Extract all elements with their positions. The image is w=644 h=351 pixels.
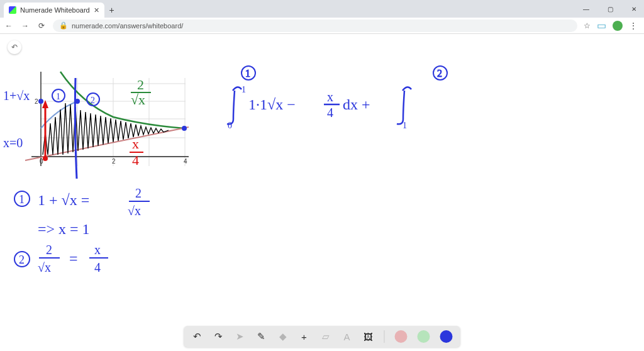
bookmark-icon[interactable]: ☆ [584, 21, 591, 30]
svg-text:0: 0 [228, 121, 232, 130]
url-input[interactable]: 🔒 numerade.com/answers/whiteboard/ [53, 20, 577, 32]
close-window-button[interactable]: ✕ [626, 6, 641, 13]
color-green[interactable] [418, 330, 430, 343]
svg-text:2: 2 [91, 96, 95, 105]
address-bar: ← → ⟳ 🔒 numerade.com/answers/whiteboard/… [0, 18, 644, 34]
image-tool[interactable]: 🖼 [363, 331, 374, 342]
svg-text:1·1√x −: 1·1√x − [248, 96, 296, 113]
svg-text:1: 1 [56, 92, 60, 101]
svg-text:2: 2 [46, 243, 52, 257]
back-button[interactable]: ← [4, 21, 14, 30]
eraser-tool[interactable]: ▱ [320, 331, 331, 342]
svg-text:4: 4 [94, 260, 101, 274]
window-controls: — ▢ ✕ [579, 0, 641, 18]
svg-text:dx  +: dx + [343, 96, 370, 113]
svg-text:√x: √x [128, 204, 141, 218]
close-tab-icon[interactable]: ✕ [94, 6, 99, 14]
url-text: numerade.com/answers/whiteboard/ [72, 22, 183, 30]
undo-button[interactable]: ↶ [192, 331, 203, 342]
svg-text:√x: √x [38, 260, 51, 274]
text-tool[interactable]: A [341, 331, 353, 342]
profile-avatar[interactable] [613, 21, 623, 31]
svg-text:x: x [327, 90, 333, 104]
equations-block: 1 1 + √x = 2 √x => x = 1 2 2 √x = x 4 [14, 186, 150, 274]
svg-text:1: 1 [19, 193, 25, 206]
whiteboard-toolbar: ↶ ↷ ➤ ✎ ◆ + ▱ A 🖼 [184, 326, 460, 347]
toolbar-separator [384, 330, 385, 343]
browser-tab-strip: Numerade Whiteboard ✕ + — ▢ ✕ [0, 0, 644, 18]
favicon-icon [9, 6, 16, 14]
region-labels: 1 2 [242, 66, 447, 80]
svg-text:=>  x = 1: => x = 1 [38, 221, 90, 237]
shape-tool[interactable]: ◆ [277, 331, 289, 342]
new-tab-button[interactable]: + [104, 3, 119, 18]
label-x-eq-0: x=0 [3, 136, 23, 150]
svg-text:1: 1 [245, 68, 250, 79]
svg-point-14 [182, 126, 187, 131]
axis-tick-2: 2 [112, 158, 116, 165]
graph-plot: 0 2 4 2 [25, 72, 189, 179]
svg-text:2: 2 [135, 186, 142, 200]
svg-text:2: 2 [437, 68, 442, 79]
pen-tool[interactable]: ✎ [256, 331, 267, 342]
svg-point-17 [43, 156, 48, 161]
redo-button[interactable]: ↷ [213, 331, 225, 342]
menu-icon[interactable]: ⋮ [629, 21, 638, 31]
extension-icon[interactable]: ▭ [597, 20, 606, 31]
plus-tool[interactable]: + [299, 331, 310, 342]
tab-title: Numerade Whiteboard [20, 6, 90, 14]
integral-expression: 1 0 1·1√x − x 4 dx + 1 [227, 85, 411, 130]
pointer-tool[interactable]: ➤ [235, 331, 246, 342]
color-blue[interactable] [440, 330, 453, 343]
svg-text:=: = [69, 250, 78, 267]
svg-text:x: x [94, 243, 101, 257]
svg-point-12 [38, 99, 43, 104]
axis-tick-4: 4 [184, 158, 187, 165]
svg-text:1: 1 [242, 85, 246, 94]
lock-icon: 🔒 [59, 21, 68, 30]
color-red[interactable] [395, 330, 408, 343]
svg-text:1: 1 [402, 121, 407, 130]
svg-text:2: 2 [19, 254, 25, 266]
svg-text:1 + √x   =: 1 + √x = [38, 192, 89, 208]
label-1-plus-sqrtx: 1+√x [3, 89, 30, 103]
forward-button[interactable]: → [20, 21, 30, 30]
whiteboard-canvas[interactable]: 0 2 4 2 1+√x x=0 [0, 34, 644, 351]
reload-button[interactable]: ⟳ [36, 21, 47, 30]
page-content: ↶ 0 2 4 2 [0, 34, 644, 351]
maximize-button[interactable]: ▢ [602, 6, 618, 13]
minimize-button[interactable]: — [579, 6, 594, 13]
browser-tab-active[interactable]: Numerade Whiteboard ✕ [4, 3, 104, 18]
svg-text:4: 4 [327, 106, 333, 120]
axis-y-2: 2 [35, 98, 38, 105]
